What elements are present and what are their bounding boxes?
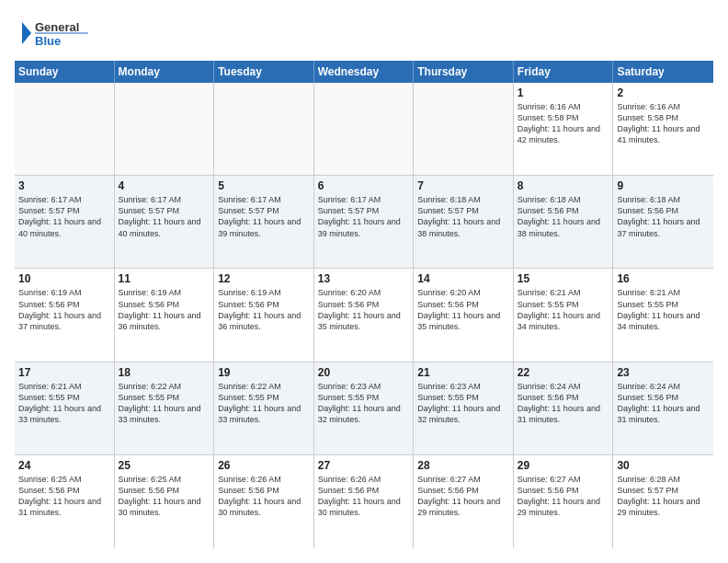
day-number: 3 [18, 179, 110, 192]
day-number: 17 [18, 366, 110, 379]
cell-detail: Sunrise: 6:17 AM Sunset: 5:57 PM Dayligh… [119, 194, 210, 239]
cell-detail: Sunrise: 6:16 AM Sunset: 5:58 PM Dayligh… [518, 101, 609, 146]
header-day-tuesday: Tuesday [214, 61, 314, 83]
calendar-cell: 20Sunrise: 6:23 AM Sunset: 5:55 PM Dayli… [314, 362, 415, 454]
cell-detail: Sunrise: 6:27 AM Sunset: 5:56 PM Dayligh… [417, 474, 509, 519]
calendar-body: 1Sunrise: 6:16 AM Sunset: 5:58 PM Daylig… [15, 83, 713, 548]
cell-detail: Sunrise: 6:17 AM Sunset: 5:57 PM Dayligh… [218, 194, 310, 239]
cell-detail: Sunrise: 6:18 AM Sunset: 5:56 PM Dayligh… [518, 194, 609, 239]
day-number: 7 [417, 179, 509, 192]
calendar-cell: 13Sunrise: 6:20 AM Sunset: 5:56 PM Dayli… [314, 269, 415, 361]
calendar-cell: 25Sunrise: 6:25 AM Sunset: 5:56 PM Dayli… [115, 455, 215, 548]
calendar-cell: 3Sunrise: 6:17 AM Sunset: 5:57 PM Daylig… [15, 176, 115, 268]
cell-detail: Sunrise: 6:19 AM Sunset: 5:56 PM Dayligh… [218, 287, 310, 332]
calendar-row-week-4: 17Sunrise: 6:21 AM Sunset: 5:55 PM Dayli… [15, 362, 713, 455]
calendar-cell: 2Sunrise: 6:16 AM Sunset: 5:58 PM Daylig… [613, 83, 713, 175]
cell-detail: Sunrise: 6:21 AM Sunset: 5:55 PM Dayligh… [518, 287, 609, 332]
day-number: 27 [318, 459, 410, 472]
day-number: 20 [318, 366, 410, 379]
day-number: 11 [119, 272, 210, 285]
calendar-cell: 8Sunrise: 6:18 AM Sunset: 5:56 PM Daylig… [514, 176, 614, 268]
cell-detail: Sunrise: 6:26 AM Sunset: 5:56 PM Dayligh… [218, 474, 310, 519]
svg-text:General: General [35, 20, 79, 34]
day-number: 6 [318, 179, 410, 192]
calendar-cell: 21Sunrise: 6:23 AM Sunset: 5:55 PM Dayli… [414, 362, 514, 454]
day-number: 13 [318, 272, 410, 285]
day-number: 25 [119, 459, 210, 472]
cell-detail: Sunrise: 6:26 AM Sunset: 5:56 PM Dayligh… [318, 474, 410, 519]
cell-detail: Sunrise: 6:20 AM Sunset: 5:56 PM Dayligh… [318, 287, 410, 332]
calendar-row-week-2: 3Sunrise: 6:17 AM Sunset: 5:57 PM Daylig… [15, 176, 713, 269]
cell-detail: Sunrise: 6:21 AM Sunset: 5:55 PM Dayligh… [617, 287, 710, 332]
cell-detail: Sunrise: 6:25 AM Sunset: 5:56 PM Dayligh… [18, 474, 110, 519]
header-day-saturday: Saturday [613, 61, 713, 83]
calendar-header: SundayMondayTuesdayWednesdayThursdayFrid… [15, 61, 713, 83]
day-number: 9 [617, 179, 710, 192]
calendar-cell: 26Sunrise: 6:26 AM Sunset: 5:56 PM Dayli… [214, 455, 314, 548]
day-number: 19 [218, 366, 310, 379]
calendar-cell: 11Sunrise: 6:19 AM Sunset: 5:56 PM Dayli… [115, 269, 215, 361]
day-number: 1 [518, 86, 609, 99]
day-number: 29 [518, 459, 609, 472]
logo-svg: General Blue [15, 15, 97, 52]
header: General Blue [15, 15, 713, 52]
calendar-cell [314, 83, 415, 175]
day-number: 24 [18, 459, 110, 472]
cell-detail: Sunrise: 6:23 AM Sunset: 5:55 PM Dayligh… [417, 381, 509, 426]
cell-detail: Sunrise: 6:27 AM Sunset: 5:56 PM Dayligh… [518, 474, 609, 519]
calendar-cell: 18Sunrise: 6:22 AM Sunset: 5:55 PM Dayli… [115, 362, 215, 454]
logo: General Blue [15, 15, 97, 52]
header-day-wednesday: Wednesday [314, 61, 415, 83]
day-number: 23 [617, 366, 710, 379]
calendar-row-week-1: 1Sunrise: 6:16 AM Sunset: 5:58 PM Daylig… [15, 83, 713, 176]
cell-detail: Sunrise: 6:18 AM Sunset: 5:56 PM Dayligh… [617, 194, 710, 239]
cell-detail: Sunrise: 6:24 AM Sunset: 5:56 PM Dayligh… [617, 381, 710, 426]
calendar-row-week-3: 10Sunrise: 6:19 AM Sunset: 5:56 PM Dayli… [15, 269, 713, 362]
calendar-cell: 9Sunrise: 6:18 AM Sunset: 5:56 PM Daylig… [613, 176, 713, 268]
calendar-cell: 30Sunrise: 6:28 AM Sunset: 5:57 PM Dayli… [613, 455, 713, 548]
day-number: 5 [218, 179, 310, 192]
calendar-cell: 15Sunrise: 6:21 AM Sunset: 5:55 PM Dayli… [514, 269, 614, 361]
svg-marker-2 [22, 22, 31, 44]
calendar-cell: 29Sunrise: 6:27 AM Sunset: 5:56 PM Dayli… [514, 455, 614, 548]
cell-detail: Sunrise: 6:16 AM Sunset: 5:58 PM Dayligh… [617, 101, 710, 146]
cell-detail: Sunrise: 6:17 AM Sunset: 5:57 PM Dayligh… [18, 194, 110, 239]
cell-detail: Sunrise: 6:18 AM Sunset: 5:57 PM Dayligh… [417, 194, 509, 239]
calendar-cell: 27Sunrise: 6:26 AM Sunset: 5:56 PM Dayli… [314, 455, 415, 548]
header-day-thursday: Thursday [414, 61, 514, 83]
cell-detail: Sunrise: 6:17 AM Sunset: 5:57 PM Dayligh… [318, 194, 410, 239]
cell-detail: Sunrise: 6:21 AM Sunset: 5:55 PM Dayligh… [18, 381, 110, 426]
header-day-monday: Monday [115, 61, 215, 83]
day-number: 30 [617, 459, 710, 472]
calendar-cell [15, 83, 115, 175]
day-number: 8 [518, 179, 609, 192]
day-number: 26 [218, 459, 310, 472]
cell-detail: Sunrise: 6:23 AM Sunset: 5:55 PM Dayligh… [318, 381, 410, 426]
calendar-cell: 23Sunrise: 6:24 AM Sunset: 5:56 PM Dayli… [613, 362, 713, 454]
cell-detail: Sunrise: 6:19 AM Sunset: 5:56 PM Dayligh… [18, 287, 110, 332]
calendar-cell: 1Sunrise: 6:16 AM Sunset: 5:58 PM Daylig… [514, 83, 614, 175]
day-number: 12 [218, 272, 310, 285]
cell-detail: Sunrise: 6:24 AM Sunset: 5:56 PM Dayligh… [518, 381, 609, 426]
day-number: 15 [518, 272, 609, 285]
calendar-cell: 4Sunrise: 6:17 AM Sunset: 5:57 PM Daylig… [115, 176, 215, 268]
day-number: 18 [119, 366, 210, 379]
calendar: SundayMondayTuesdayWednesdayThursdayFrid… [15, 61, 713, 548]
day-number: 28 [417, 459, 509, 472]
calendar-cell: 12Sunrise: 6:19 AM Sunset: 5:56 PM Dayli… [214, 269, 314, 361]
cell-detail: Sunrise: 6:19 AM Sunset: 5:56 PM Dayligh… [119, 287, 210, 332]
calendar-cell: 16Sunrise: 6:21 AM Sunset: 5:55 PM Dayli… [613, 269, 713, 361]
calendar-cell [214, 83, 314, 175]
day-number: 21 [417, 366, 509, 379]
calendar-cell: 5Sunrise: 6:17 AM Sunset: 5:57 PM Daylig… [214, 176, 314, 268]
cell-detail: Sunrise: 6:20 AM Sunset: 5:56 PM Dayligh… [417, 287, 509, 332]
day-number: 14 [417, 272, 509, 285]
day-number: 22 [518, 366, 609, 379]
calendar-cell: 6Sunrise: 6:17 AM Sunset: 5:57 PM Daylig… [314, 176, 415, 268]
cell-detail: Sunrise: 6:25 AM Sunset: 5:56 PM Dayligh… [119, 474, 210, 519]
calendar-cell: 10Sunrise: 6:19 AM Sunset: 5:56 PM Dayli… [15, 269, 115, 361]
page: General Blue SundayMondayTuesdayWednesda… [0, 0, 728, 563]
calendar-cell: 19Sunrise: 6:22 AM Sunset: 5:55 PM Dayli… [214, 362, 314, 454]
svg-text:Blue: Blue [35, 34, 61, 48]
day-number: 4 [119, 179, 210, 192]
